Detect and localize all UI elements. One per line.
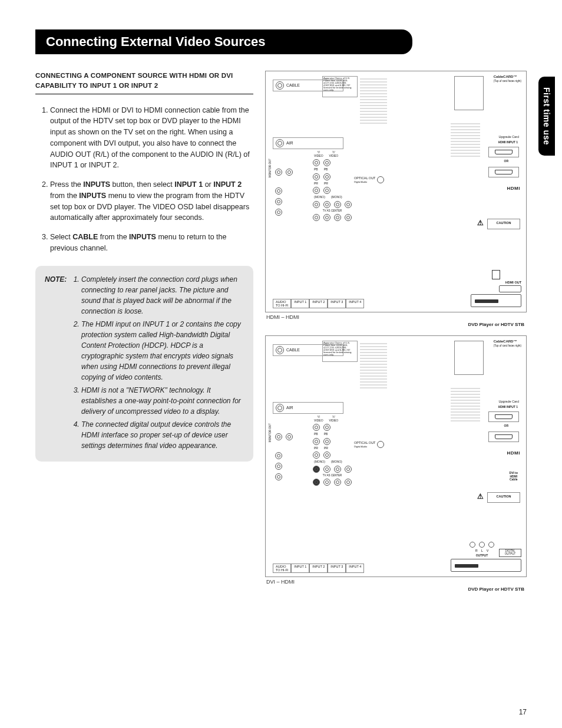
note-box: NOTE: Completely insert the connection c…	[35, 266, 253, 462]
stb-icon	[451, 559, 521, 572]
stb-icon	[471, 294, 521, 307]
patent-text: Apparatus Claims of U.S. Patent Nos. 4,6…	[322, 76, 358, 97]
device-caption-1: DVD Player or HDTV STB	[265, 322, 524, 327]
diagram-hdmi: CABLE AIR Apparatus Claims of U.S. Paten…	[265, 71, 527, 312]
diagram-caption-dvi: DVI – HDMI	[266, 579, 527, 585]
section-tab: First time use	[538, 77, 555, 156]
monitor-out-label: MONITOR OUT	[269, 423, 272, 442]
hdmi-logo: HDMI	[507, 186, 520, 192]
jack-grid: Y/ VIDEOY/ VIDEO PBPB PRPR (MONO)(MONO) …	[313, 151, 352, 223]
note-4: The connected digital output device cont…	[81, 419, 244, 451]
coax-icon	[276, 404, 284, 412]
page-title: Connecting External Video Sources	[35, 29, 412, 54]
note-label: NOTE:	[45, 274, 67, 285]
dvi-cable-label: DVI to HDMI Cable	[510, 472, 518, 482]
step-1-text: Connect the HDMI or DVI to HDMI connecti…	[50, 106, 250, 170]
air-label: AIR	[286, 141, 293, 146]
hdmi-input-2	[488, 167, 519, 177]
hdmi-input-2	[488, 431, 519, 442]
coax-icon	[276, 81, 284, 90]
hdmi1-label: HDMI INPUT 1	[498, 141, 518, 144]
diagram-caption-hdmi: HDMI – HDMI	[266, 314, 527, 320]
caution-label: CAUTION	[487, 492, 520, 503]
diagram-dvi: CABLE AIR Apparatus Claims of U.S. Paten…	[265, 335, 527, 577]
optical-out: OPTICAL OUTDigital Audio	[354, 176, 384, 183]
plug-icon	[492, 270, 500, 279]
monitor-jacks	[275, 169, 293, 218]
optical-out: OPTICAL OUTDigital Audio	[354, 441, 384, 448]
subheading: CONNECTING A COMPONENT SOURCE WITH HDMI …	[35, 71, 253, 94]
step-3: Select CABLE from the INPUTS menu to ret…	[50, 232, 253, 254]
device-caption-2: DVD Player or HDTV STB	[265, 587, 524, 592]
input-strip: AUDIO TO HI-FI INPUT 1 INPUT 2 INPUT 3 I…	[273, 299, 364, 308]
cablecard-slot	[454, 341, 484, 375]
note-1: Completely insert the connection cord pl…	[81, 274, 244, 317]
step-1: Connect the HDMI or DVI to HDMI connecti…	[50, 105, 253, 172]
coax-icon	[276, 139, 284, 147]
caution-label: CAUTION	[487, 219, 520, 229]
note-3: HDMI is not a "NETWORK" technology. It e…	[81, 385, 244, 417]
input-strip: AUDIO TO HI-FI INPUT 1 INPUT 2 INPUT 3 I…	[273, 564, 364, 573]
patent-text: Apparatus Claims of U.S. Patent Nos. 4,6…	[322, 341, 358, 362]
cablecard-label: CableCARD™(Top of card faces right)	[494, 75, 521, 83]
cablecard-label: CableCARD™(Top of card faces right)	[494, 340, 521, 348]
hdmi-input-1	[488, 411, 519, 422]
coax-icon	[276, 346, 284, 354]
page-number: 17	[519, 708, 527, 716]
cablecard-slot	[454, 76, 484, 110]
dvi-device: RLV OUTPUT DIGITAL OUTPUT	[439, 542, 521, 572]
jack-grid: Y/ VIDEOY/ VIDEO PBPB PRPR (MONO)(MONO) …	[313, 416, 352, 487]
monitor-out-label: MONITOR OUT	[269, 159, 272, 177]
hdmi-device: HDMI OUT	[471, 269, 521, 307]
upgrade-label: Upgrade Card	[498, 400, 519, 403]
step-2: Press the INPUTS button, then select INP…	[50, 179, 253, 223]
note-2: The HDMI input on INPUT 1 or 2 contains …	[81, 319, 244, 383]
digital-output-label: DIGITAL OUTPUT	[499, 549, 521, 557]
hdmi-logo: HDMI	[507, 451, 520, 456]
hdmi-out-label: HDMI OUT	[471, 281, 521, 284]
cable-label: CABLE	[286, 83, 300, 88]
hdmi-input-1	[488, 147, 519, 157]
upgrade-label: Upgrade Card	[498, 135, 519, 139]
or-label: OR	[504, 160, 509, 163]
